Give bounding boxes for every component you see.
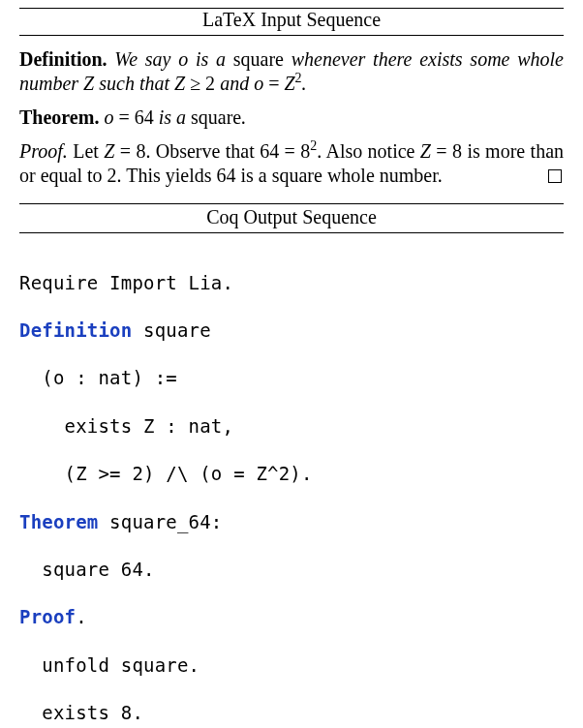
coq-line: Definition square [19, 318, 564, 343]
latex-block: Definition. We say o is a square wheneve… [19, 47, 564, 197]
proof-text-1: Let [73, 140, 104, 162]
math-var-o2: o [254, 73, 263, 94]
definition-end: . [302, 73, 307, 94]
coq-text: exists Z : nat, [19, 415, 233, 437]
coq-keyword-proof: Proof [19, 606, 76, 627]
definition-label: Definition. [19, 48, 107, 70]
qed-icon [548, 169, 562, 183]
coq-line: (o : nat) := [19, 366, 564, 390]
coq-text: (Z >= 2) /\ (o = Z^2). [19, 463, 313, 484]
coq-text: unfold square. [19, 654, 199, 676]
coq-keyword-theorem: Theorem [19, 511, 98, 532]
definition-text-1: We say [114, 48, 178, 70]
coq-text: . [76, 606, 87, 627]
coq-line: (Z >= 2) /\ (o = Z^2). [19, 462, 564, 486]
coq-line: exists 8. [19, 701, 564, 725]
coq-line: Proof. [19, 605, 564, 629]
coq-text: exists 8. [19, 702, 143, 723]
section-title-latex: LaTeX Input Sequence [19, 8, 564, 36]
proof-label: Proof. [19, 140, 68, 162]
math-eq-8b: = 8 [431, 140, 462, 162]
math-eq-64: = 64 [113, 106, 153, 128]
theorem-paragraph: Theorem. o = 64 is a square. [19, 106, 564, 130]
definition-word-square: square [233, 48, 284, 70]
math-eq: = [263, 73, 284, 94]
coq-line: Require Import Lia. [19, 271, 564, 295]
math-var-z3: Z [284, 73, 294, 94]
math-var-z: Z [83, 73, 94, 94]
proof-text-2: . Observe that [145, 140, 260, 162]
section-title-text: LaTeX Input Sequence [202, 9, 381, 30]
proof-paragraph: Proof. Let Z = 8. Observe that 64 = 82. … [19, 139, 564, 188]
coq-text: square [132, 319, 210, 341]
coq-line: unfold square. [19, 653, 564, 678]
definition-text-4: such that [94, 73, 174, 94]
math-ge-2: ≥ 2 [185, 73, 215, 94]
definition-paragraph: Definition. We say o is a square wheneve… [19, 47, 564, 96]
math-eq-8: = 8 [114, 140, 145, 162]
theorem-label: Theorem. [19, 106, 99, 128]
math-var-z4: Z [104, 140, 114, 162]
definition-text-2: is a [188, 48, 233, 70]
coq-text: Require Import Lia. [19, 272, 233, 293]
math-exp-2: 2 [295, 71, 302, 85]
math-64-eq-8: 64 = 8 [260, 140, 310, 162]
coq-line: square 64. [19, 558, 564, 582]
coq-line: exists Z : nat, [19, 414, 564, 439]
coq-line: Theorem square_64: [19, 510, 564, 534]
definition-text-5: and [215, 73, 254, 94]
theorem-word-square: square [191, 106, 241, 128]
proof-text-3: . Also notice [317, 140, 420, 162]
coq-text: square_64: [98, 511, 222, 532]
math-var-z5: Z [420, 140, 431, 162]
section-title-coq: Coq Output Sequence [19, 204, 564, 233]
section-title-text-2: Coq Output Sequence [206, 206, 377, 228]
coq-text: (o : nat) := [19, 367, 177, 388]
theorem-end: . [241, 106, 246, 128]
math-var-z2: Z [174, 73, 185, 94]
math-var-o3: o [104, 106, 113, 128]
coq-keyword-definition: Definition [19, 319, 132, 341]
coq-text: square 64. [19, 559, 155, 580]
theorem-text-1: is a [154, 106, 191, 128]
coq-code-block: Require Import Lia. Definition square (o… [19, 247, 564, 728]
math-var-o: o [178, 48, 188, 70]
